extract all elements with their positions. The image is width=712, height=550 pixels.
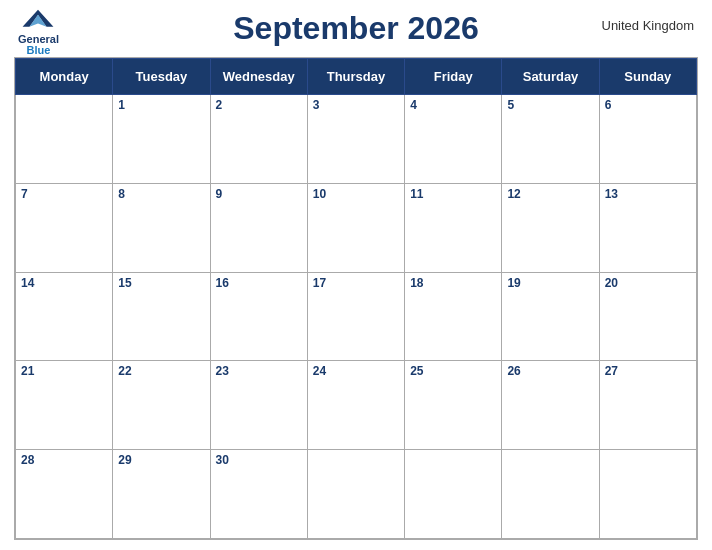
calendar-cell: 15 [113,272,210,361]
calendar-cell: 10 [307,183,404,272]
date-number: 26 [502,361,598,381]
date-number: 6 [600,95,696,115]
date-number: 11 [405,184,501,204]
calendar-cell: 5 [502,95,599,184]
date-number: 1 [113,95,209,115]
calendar-cell: 6 [599,95,696,184]
date-number: 8 [113,184,209,204]
calendar-cell: 8 [113,183,210,272]
date-number: 22 [113,361,209,381]
calendar-table: MondayTuesdayWednesdayThursdayFridaySatu… [15,58,697,539]
calendar-cell: 3 [307,95,404,184]
calendar-cell: 4 [405,95,502,184]
day-header-friday: Friday [405,59,502,95]
calendar-cell: 18 [405,272,502,361]
calendar-cell: 20 [599,272,696,361]
week-row-3: 14151617181920 [16,272,697,361]
day-header-sunday: Sunday [599,59,696,95]
date-number: 27 [600,361,696,381]
date-number: 21 [16,361,112,381]
calendar-cell: 24 [307,361,404,450]
week-row-5: 282930 [16,450,697,539]
logo-icon [20,8,56,32]
calendar-cell: 28 [16,450,113,539]
calendar-cell: 16 [210,272,307,361]
page-header: General Blue September 2026 United Kingd… [0,0,712,57]
day-header-tuesday: Tuesday [113,59,210,95]
calendar-cell: 25 [405,361,502,450]
date-number: 30 [211,450,307,470]
calendar-cell: 30 [210,450,307,539]
logo: General Blue [18,8,59,56]
calendar-cell [405,450,502,539]
date-number: 28 [16,450,112,470]
logo-text-blue: Blue [27,45,51,56]
date-number: 25 [405,361,501,381]
week-row-1: 123456 [16,95,697,184]
calendar: MondayTuesdayWednesdayThursdayFridaySatu… [14,57,698,540]
date-number: 5 [502,95,598,115]
date-number: 13 [600,184,696,204]
calendar-cell: 21 [16,361,113,450]
calendar-cell: 11 [405,183,502,272]
date-number: 4 [405,95,501,115]
calendar-cell: 9 [210,183,307,272]
calendar-cell: 12 [502,183,599,272]
date-number: 9 [211,184,307,204]
day-header-monday: Monday [16,59,113,95]
calendar-cell [16,95,113,184]
date-number: 17 [308,273,404,293]
calendar-cell: 1 [113,95,210,184]
week-row-2: 78910111213 [16,183,697,272]
week-row-4: 21222324252627 [16,361,697,450]
date-number: 2 [211,95,307,115]
calendar-cell: 26 [502,361,599,450]
date-number: 18 [405,273,501,293]
date-number: 24 [308,361,404,381]
calendar-cell: 22 [113,361,210,450]
date-number: 15 [113,273,209,293]
calendar-cell: 2 [210,95,307,184]
calendar-cell: 19 [502,272,599,361]
calendar-cell [502,450,599,539]
calendar-cell: 17 [307,272,404,361]
date-number: 29 [113,450,209,470]
day-header-wednesday: Wednesday [210,59,307,95]
date-number: 16 [211,273,307,293]
calendar-cell [307,450,404,539]
page-title: September 2026 [233,10,478,47]
country-label: United Kingdom [602,18,695,33]
calendar-cell: 23 [210,361,307,450]
calendar-cell: 27 [599,361,696,450]
day-header-thursday: Thursday [307,59,404,95]
calendar-cell: 14 [16,272,113,361]
day-header-saturday: Saturday [502,59,599,95]
calendar-cell: 7 [16,183,113,272]
calendar-cell: 13 [599,183,696,272]
calendar-cell: 29 [113,450,210,539]
date-number: 14 [16,273,112,293]
date-number: 3 [308,95,404,115]
date-number: 10 [308,184,404,204]
date-number: 19 [502,273,598,293]
days-header-row: MondayTuesdayWednesdayThursdayFridaySatu… [16,59,697,95]
date-number: 12 [502,184,598,204]
date-number: 20 [600,273,696,293]
date-number: 7 [16,184,112,204]
date-number: 23 [211,361,307,381]
calendar-cell [599,450,696,539]
